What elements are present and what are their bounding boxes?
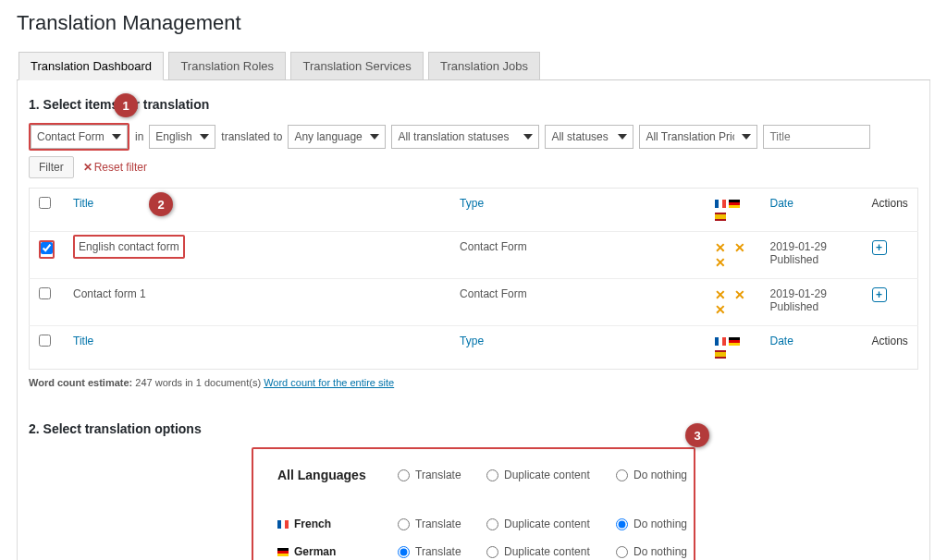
flag-de-icon bbox=[277, 548, 289, 556]
fr-translate-radio[interactable] bbox=[398, 518, 410, 530]
word-count-site-link[interactable]: Word count for the entire site bbox=[264, 377, 394, 388]
de-duplicate-radio[interactable] bbox=[486, 546, 498, 558]
section2: 2. Select translation options 3 All Lang… bbox=[29, 421, 918, 560]
page-title: Translation Management bbox=[17, 11, 930, 35]
all-duplicate-radio[interactable] bbox=[486, 469, 498, 481]
col-date[interactable]: Date bbox=[761, 189, 863, 232]
table-row: English contact form Contact Form ✕ ✕ ✕ … bbox=[30, 232, 918, 279]
all-translate-radio[interactable] bbox=[398, 469, 410, 481]
edit-icon[interactable]: + bbox=[872, 287, 887, 302]
priority-select[interactable]: All Translation Priorities bbox=[639, 125, 757, 149]
reset-filter-link[interactable]: ✕ Reset filter bbox=[83, 161, 147, 174]
filter-row: Contact Form in English translated to An… bbox=[29, 123, 918, 178]
col-title-footer[interactable]: Title bbox=[64, 326, 450, 370]
row-type: Contact Form bbox=[450, 279, 705, 326]
lang-select[interactable]: English bbox=[149, 125, 215, 149]
translation-status-select[interactable]: All translation statuses bbox=[391, 125, 539, 149]
edit-icon[interactable]: + bbox=[872, 240, 887, 255]
section1-heading: 1. Select items for translation 1 bbox=[29, 97, 918, 112]
content-panel: 1. Select items for translation 1 Contac… bbox=[17, 80, 930, 560]
close-icon: ✕ bbox=[83, 161, 92, 174]
flag-fr-icon bbox=[277, 520, 289, 529]
fr-nothing-radio[interactable] bbox=[616, 518, 628, 530]
lang-row-french: French bbox=[277, 517, 398, 530]
col-date-footer[interactable]: Date bbox=[761, 326, 863, 370]
post-status-select[interactable]: All statuses bbox=[545, 125, 633, 149]
row-type: Contact Form bbox=[450, 232, 705, 279]
col-type-footer: Type bbox=[450, 326, 705, 370]
flag-de-icon bbox=[729, 200, 740, 208]
row-title-link[interactable]: English contact form bbox=[73, 235, 185, 259]
flag-fr-icon bbox=[715, 200, 726, 208]
tabs-wrapper: Translation Dashboard Translation Roles … bbox=[17, 52, 930, 80]
flag-es-icon bbox=[715, 350, 726, 359]
col-actions: Actions bbox=[863, 189, 918, 232]
translation-status-icons: ✕ ✕ ✕ bbox=[715, 287, 749, 317]
flag-es-icon bbox=[715, 213, 726, 221]
translation-options-panel: All Languages Translate Duplicate conten… bbox=[252, 447, 695, 560]
col-title[interactable]: Title bbox=[64, 189, 450, 232]
tab-translation-jobs[interactable]: Translation Jobs bbox=[428, 52, 540, 79]
annotation-badge-3: 3 bbox=[685, 423, 709, 447]
table-row: Contact form 1 Contact Form ✕ ✕ ✕ 2019-0… bbox=[30, 279, 918, 326]
section2-heading: 2. Select translation options bbox=[29, 421, 918, 436]
flag-fr-icon bbox=[715, 337, 726, 346]
in-label: in bbox=[135, 130, 143, 143]
row-checkbox[interactable] bbox=[39, 287, 51, 299]
title-search-input[interactable] bbox=[763, 125, 870, 149]
type-select[interactable]: Contact Form bbox=[31, 125, 128, 149]
word-count-line: Word count estimate: 247 words in 1 docu… bbox=[29, 377, 918, 388]
any-lang-select[interactable]: Any language bbox=[288, 125, 386, 149]
translation-status-icons: ✕ ✕ ✕ bbox=[715, 240, 749, 270]
filter-button[interactable]: Filter bbox=[29, 156, 74, 178]
row-date: 2019-01-29Published bbox=[761, 279, 863, 326]
tab-translation-dashboard[interactable]: Translation Dashboard bbox=[18, 52, 164, 80]
select-all-checkbox-footer[interactable] bbox=[39, 335, 51, 347]
row-title-link[interactable]: Contact form 1 bbox=[64, 279, 450, 326]
translated-to-label: translated to bbox=[221, 130, 282, 143]
tab-translation-services[interactable]: Translation Services bbox=[290, 52, 423, 79]
col-actions-footer: Actions bbox=[863, 326, 918, 370]
all-nothing-radio[interactable] bbox=[616, 469, 628, 481]
lang-row-german: German bbox=[277, 545, 398, 558]
row-checkbox[interactable] bbox=[41, 242, 53, 254]
select-all-checkbox[interactable] bbox=[39, 197, 51, 209]
col-type: Type bbox=[450, 189, 705, 232]
de-translate-radio[interactable] bbox=[398, 546, 410, 558]
annotation-badge-2: 2 bbox=[149, 192, 173, 216]
all-languages-label: All Languages bbox=[277, 468, 398, 482]
annotation-badge-1: 1 bbox=[114, 93, 138, 117]
fr-duplicate-radio[interactable] bbox=[486, 518, 498, 530]
tab-translation-roles[interactable]: Translation Roles bbox=[168, 52, 286, 79]
col-flags bbox=[706, 189, 761, 232]
col-flags-footer bbox=[706, 326, 761, 370]
flag-de-icon bbox=[729, 337, 740, 346]
de-nothing-radio[interactable] bbox=[616, 546, 628, 558]
row-date: 2019-01-29Published bbox=[761, 232, 863, 279]
